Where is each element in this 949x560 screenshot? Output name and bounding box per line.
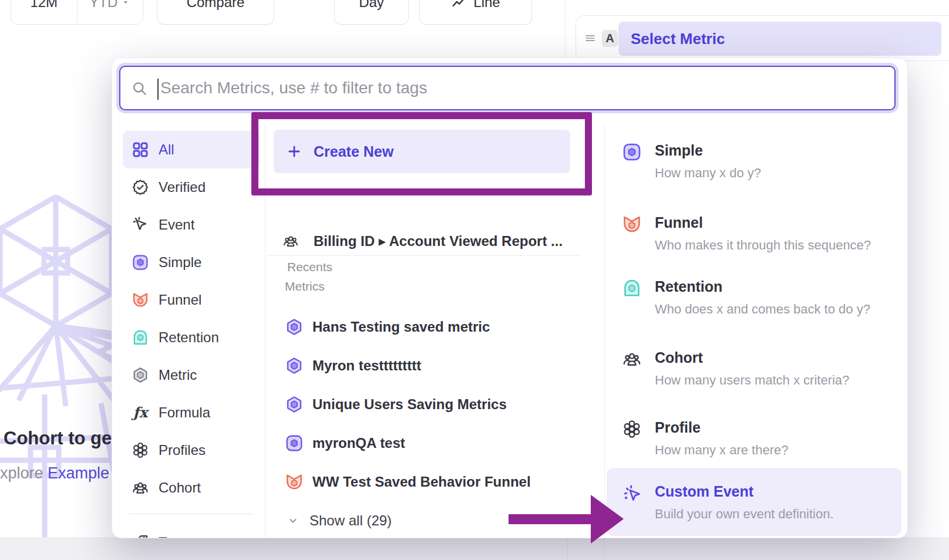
sidebar-item-cohort[interactable]: Cohort [123,469,260,507]
sidebar-item-label: Metric [159,367,197,383]
search-input[interactable] [160,79,894,97]
granularity-day-button[interactable]: Day [334,0,409,25]
metric-type-funnel[interactable]: FunnelWho makes it through this sequence… [622,214,871,253]
sidebar-item-label: Profiles [159,442,206,458]
recent-item[interactable]: Billing ID ▸ Account Viewed Report ... [282,231,563,251]
date-range-control: 12M YTD [11,0,143,25]
metric-list-item[interactable]: Unique Users Saving Metrics [285,385,590,424]
sidebar-item-tags[interactable]: Tags [123,524,260,538]
metric-type-title: Funnel [655,214,871,231]
verified-icon [132,178,149,196]
profiles-icon [132,441,149,459]
metric-types-column: SimpleHow many x do y?FunnelWho makes it… [604,126,908,538]
select-metric-button[interactable]: Select Metric [618,22,941,56]
sidebar-item-verified[interactable]: Verified [123,168,260,206]
metric-type-description: How many x do y? [655,166,761,181]
metrics-list: Hans Testing saved metricMyron testttttt… [285,308,590,501]
sidebar-item-event[interactable]: Event [123,206,260,244]
metric-type-text: Custom EventBuild your own event definit… [655,483,834,536]
metric-type-cohort[interactable]: CohortHow many users match x criteria? [622,349,849,388]
simple-icon [622,142,642,162]
day-label: Day [359,0,384,11]
grid-icon [132,141,149,158]
sidebar-item-label: Tags [159,534,189,538]
show-all-label: Show all (29) [309,512,392,529]
metric-type-title: Profile [655,419,788,436]
range-ytd-label: YTD [89,0,117,11]
simple-icon [285,434,304,453]
metric-type-description: Build your own event definition. [655,507,834,522]
sidebar-item-label: Event [159,217,194,233]
metric-item-label: Unique Users Saving Metrics [312,396,507,413]
sidebar-item-metric[interactable]: Metric [123,356,260,394]
annotation-rectangle [251,112,592,195]
metric-type-title: Custom Event [655,483,834,500]
metric-list-item[interactable]: myronQA test [285,424,590,463]
category-sidebar: AllVerifiedEventSimpleFunnelRetentionMet… [117,131,265,538]
show-all-button[interactable]: Show all (29) [287,511,392,531]
metric-type-custom-event[interactable]: Custom EventBuild your own event definit… [607,468,901,536]
section-divider [268,255,579,256]
annotation-arrow-head [591,495,624,544]
metric-icon [132,366,149,384]
chart-type-line-button[interactable]: Line [419,0,532,25]
metric-type-title: Cohort [655,349,849,366]
recent-item-label: Billing ID ▸ Account Viewed Report ... [314,233,563,249]
sidebar-item-label: Verified [159,179,206,195]
metric-list-item[interactable]: Myron testtttttttt [285,346,590,385]
sidebar-item-label: Simple [159,254,201,271]
empty-state-subtext: xplore Example R [0,464,125,483]
metric-type-text: RetentionWho does x and comes back to do… [655,278,870,317]
empty-state-headline: Cohort to ge [4,428,112,449]
line-label: Line [473,0,500,11]
metric-item-label: Myron testtttttttt [312,357,421,374]
range-ytd-button[interactable]: YTD [77,0,143,24]
sidebar-item-formula[interactable]: ƒxFormula [123,394,260,431]
sidebar-item-all[interactable]: All [123,131,260,168]
caret-down-icon [121,0,130,7]
recents-heading: Recents [287,260,332,274]
custom-event-icon [622,483,642,503]
metric-type-text: SimpleHow many x do y? [655,142,761,181]
metric-type-text: ProfileHow many x are there? [655,419,788,458]
funnel-icon [622,214,642,234]
select-metric-label: Select Metric [631,30,725,48]
metric-type-profile[interactable]: ProfileHow many x are there? [622,419,788,458]
metric-list-item[interactable]: Hans Testing saved metric [285,308,590,346]
cohort-icon [622,349,642,369]
tag-icon [132,534,149,538]
metric-type-title: Simple [655,142,761,159]
funnel-icon [132,291,149,309]
cohort-icon [282,233,299,249]
annotation-arrow [509,495,624,544]
event-icon [132,216,149,234]
sidebar-divider [129,514,253,514]
chevron-down-icon [287,515,299,527]
compare-button[interactable]: Compare [157,0,274,25]
range-12m-label: 12M [30,0,58,11]
sidebar-item-label: All [159,141,174,158]
text-cursor [157,79,159,100]
metric-type-description: How many users match x criteria? [655,373,849,388]
annotation-arrow-shaft [509,514,591,524]
metric-purple-icon [285,356,304,375]
sidebar-item-funnel[interactable]: Funnel [123,281,260,319]
sidebar-item-simple[interactable]: Simple [123,244,260,281]
drag-handle-icon[interactable] [584,32,597,45]
metrics-heading: Metrics [285,279,325,294]
sidebar-item-profiles[interactable]: Profiles [123,431,260,469]
metric-type-simple[interactable]: SimpleHow many x do y? [622,142,761,181]
metric-type-retention[interactable]: RetentionWho does x and comes back to do… [622,278,870,317]
metric-type-description: How many x are there? [655,443,788,458]
sidebar-item-label: Funnel [159,292,201,308]
range-12m-button[interactable]: 12M [11,0,77,24]
sidebar-item-label: Cohort [159,480,201,496]
sidebar-item-label: Formula [159,404,210,421]
cohort-icon [132,479,149,497]
funnel-icon [285,473,304,491]
formula-icon: ƒx [132,404,149,421]
explore-text: xplore [0,464,48,482]
profiles-icon [622,419,642,439]
compare-label: Compare [187,0,245,11]
sidebar-item-retention[interactable]: Retention [123,319,260,356]
